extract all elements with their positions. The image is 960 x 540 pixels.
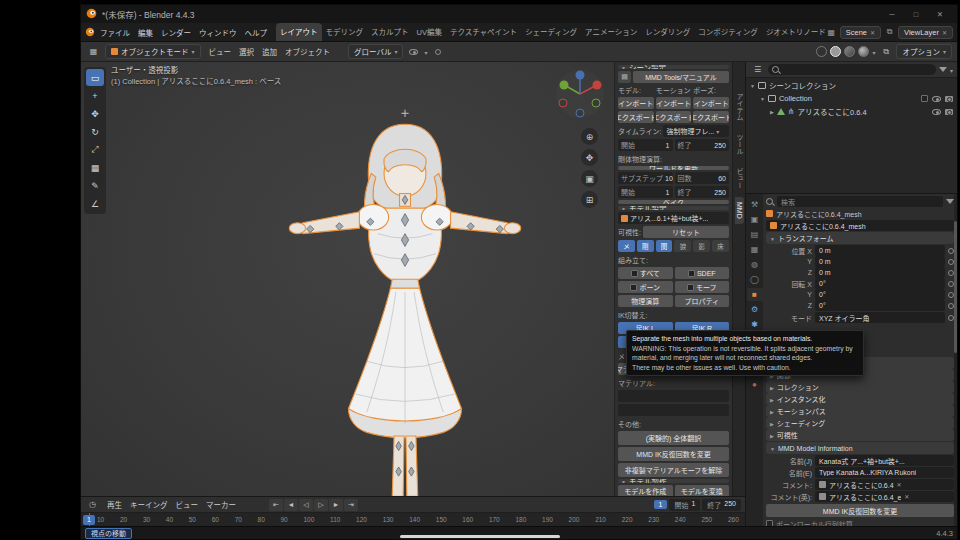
substeps-field[interactable]: サブステップ10	[618, 172, 673, 184]
workspace-tab[interactable]: シェーディング	[521, 23, 581, 41]
workspace-tab[interactable]: テクスチャペイント	[446, 23, 521, 41]
comment-e-field[interactable]: アリスるここに0.6.4_e	[815, 491, 954, 502]
mode-selector[interactable]: オブジェクトモード	[105, 44, 201, 59]
visibility-toggle[interactable]: メ	[618, 240, 635, 252]
reset-visibility-button[interactable]: リセット	[643, 226, 729, 238]
unlink-icon[interactable]	[870, 28, 875, 37]
menu-item[interactable]: レンダー	[157, 25, 195, 40]
maximize-button[interactable]: □	[904, 6, 928, 23]
blender-app-menu-icon[interactable]	[85, 27, 95, 38]
visibility-toggle[interactable]: 剛	[637, 240, 654, 252]
eye-icon[interactable]	[932, 96, 941, 102]
export-button[interactable]: エクスポート	[618, 111, 654, 123]
tool-button[interactable]: ▭	[86, 69, 104, 86]
timeline-ruler[interactable]: 1 10203040506070809010011012013014015016…	[81, 513, 745, 526]
properties-tab[interactable]: ⚒	[747, 198, 763, 211]
misc-button[interactable]: 非複製マテリアルモーフを解除	[618, 463, 729, 477]
shading-dropdown-icon[interactable]	[872, 47, 875, 57]
assemble-toggle[interactable]: ボーン	[618, 281, 673, 293]
workspace-tab[interactable]: ジオメトリノード	[762, 23, 825, 41]
playback-button[interactable]: ◄	[284, 499, 298, 511]
transform-orientation[interactable]: グローバル	[348, 44, 403, 59]
import-button[interactable]: インポート	[693, 97, 729, 109]
timeline-menu-item[interactable]: ビュー	[172, 497, 203, 512]
properties-search-input[interactable]: 検索	[777, 196, 943, 207]
collapsed-section[interactable]: モーションパス	[766, 405, 954, 417]
tool-button[interactable]: +	[86, 87, 104, 104]
filter-icon[interactable]	[939, 67, 947, 72]
assemble-toggle[interactable]: すべて	[618, 267, 673, 279]
snap-dropdown-icon[interactable]	[424, 47, 427, 57]
viewport-menu-item[interactable]: オブジェクト	[281, 44, 334, 59]
iterations-field[interactable]: 回数60	[675, 172, 730, 184]
checkbox-icon[interactable]	[766, 520, 773, 526]
shading-material-button[interactable]	[844, 46, 855, 57]
render-visibility-icon[interactable]	[945, 109, 953, 115]
tool-button[interactable]: ↻	[86, 123, 104, 140]
shading-rendered-button[interactable]	[858, 46, 869, 57]
editor-type-button[interactable]	[86, 45, 101, 59]
workspace-tab[interactable]: アニメーション	[581, 23, 641, 41]
viewport-nav-button[interactable]: ▣	[581, 170, 598, 187]
properties-tab[interactable]: ▣	[747, 213, 763, 226]
shading-solid-button[interactable]	[830, 46, 841, 57]
scrollbar[interactable]	[954, 194, 957, 526]
editor-type-button[interactable]	[750, 63, 765, 77]
physics-start-field[interactable]: 開始1	[618, 186, 673, 198]
snap-magnet-button[interactable]	[406, 45, 421, 59]
frame-end-field[interactable]: 終了250	[702, 499, 741, 511]
sidebar-tab[interactable]: ビュー	[733, 163, 745, 194]
section-model-production[interactable]: モデル製作	[618, 479, 729, 483]
visibility-toggle[interactable]: 床	[712, 240, 729, 252]
timeline-menu-item[interactable]: マーカー	[202, 497, 240, 512]
timeline-menu-item[interactable]: 再生	[103, 497, 126, 512]
viewport-menu-item[interactable]: 追加	[258, 44, 281, 59]
playback-button[interactable]: ⇥	[344, 499, 358, 511]
name-j-field[interactable]: Kanata式 ア...+袖+but装+...	[815, 455, 954, 466]
import-button[interactable]: インポート	[618, 97, 654, 109]
model-field[interactable]: アリス...6.1+袖+but装+...	[618, 212, 729, 224]
tool-button[interactable]: ∠	[86, 195, 104, 212]
sidebar-tab[interactable]: ツール	[733, 129, 745, 160]
material-row-obscured[interactable]	[618, 390, 729, 402]
menu-item[interactable]: ファイル	[96, 25, 134, 40]
expand-icon[interactable]	[770, 107, 774, 116]
viewport-3d[interactable]: ユーザー・透視投影 (1) Collection | アリスるここに0.6.4_…	[81, 62, 614, 496]
start-frame-field[interactable]: 開始1	[618, 139, 673, 151]
viewport-nav-button[interactable]: ✥	[581, 149, 598, 166]
rotation-mode-dropdown[interactable]: XYZ オイラー角	[815, 312, 945, 323]
navigation-gizmo[interactable]	[554, 68, 606, 120]
tool-button[interactable]: ✎	[86, 177, 104, 194]
menu-item[interactable]: ヘルプ	[241, 25, 272, 40]
visibility-toggle[interactable]: 関	[656, 240, 673, 252]
model-build-button[interactable]: モデルを変換	[675, 485, 730, 496]
visibility-toggle[interactable]: 捩	[674, 240, 691, 252]
collapsed-section[interactable]: コレクション	[766, 381, 954, 393]
physics-frame-dropdown[interactable]: 強制物理フレ...	[663, 125, 729, 137]
timeline-menu-item[interactable]: キーイング	[126, 497, 172, 512]
tool-button[interactable]: ✥	[86, 105, 104, 122]
export-button[interactable]: エクスポート	[693, 111, 729, 123]
mmd-ik-iterations-button[interactable]: MMD IK反復回数を変更	[766, 504, 954, 517]
section-transform[interactable]: トランスフォーム	[766, 232, 954, 244]
bake-button[interactable]: ベイク	[618, 200, 729, 204]
frame-start-field[interactable]: 開始1	[669, 499, 700, 511]
outliner-search-input[interactable]	[768, 64, 936, 75]
section-model-setup[interactable]: モデル設定	[618, 206, 729, 210]
clear-icon[interactable]	[904, 493, 909, 500]
sidebar-tab[interactable]: MMD	[735, 197, 744, 224]
comment-field[interactable]: アリスるここに0.6.4	[815, 479, 954, 490]
outliner-row-scene-collection[interactable]: シーンコレクション	[748, 79, 955, 92]
playhead-frame-chip[interactable]: 1	[83, 515, 95, 525]
expand-icon[interactable]	[760, 94, 765, 103]
assemble-toggle[interactable]: SDEF	[675, 267, 730, 279]
model-build-button[interactable]: モデルを作成	[618, 485, 673, 496]
tool-button[interactable]: ⤢	[86, 141, 104, 158]
outliner-row-object[interactable]: アリスるここに0.6.4	[748, 105, 955, 118]
playback-button[interactable]: ▷	[314, 499, 328, 511]
workspace-tab[interactable]: レイアウト	[276, 23, 322, 41]
name-e-field[interactable]: Type Kanata A...KIRIYA Rukoni	[815, 467, 954, 478]
transform-value-field[interactable]: 0°	[815, 289, 945, 300]
workspace-tab[interactable]: UV編集	[413, 23, 446, 41]
transform-value-field[interactable]: 0°	[815, 300, 945, 311]
